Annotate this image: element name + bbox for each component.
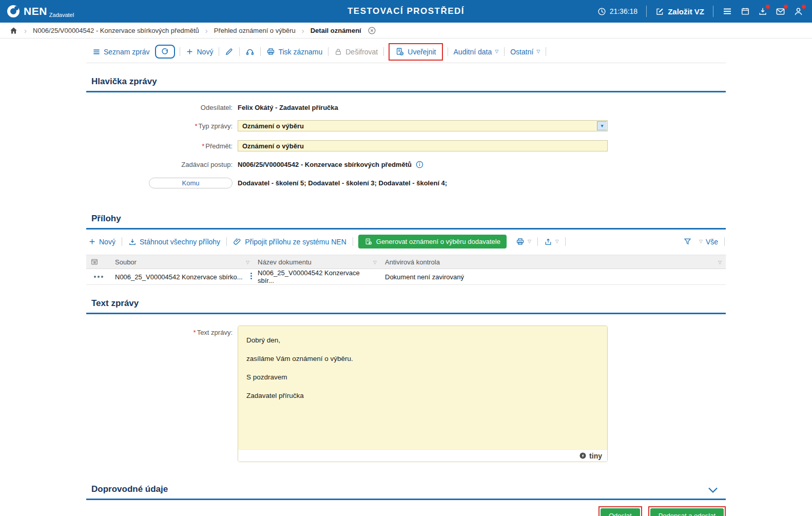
attachment-new-label: Nový <box>99 238 115 246</box>
filter-icon[interactable]: ▽ <box>718 260 722 265</box>
message-paragraph: S pozdravem <box>246 373 599 381</box>
predmet-input[interactable] <box>238 140 608 151</box>
nen-logo[interactable]: NEN Zadavatel <box>7 4 74 19</box>
divider <box>565 237 566 246</box>
section-prilohy: Přílohy <box>86 214 726 230</box>
plus-icon <box>88 238 96 245</box>
filter-button[interactable] <box>682 236 693 247</box>
breadcrumb-item-procedure[interactable]: N006/25/V00004542 - Konzervace sbírkovýc… <box>33 27 199 34</box>
calendar-button[interactable] <box>739 5 751 17</box>
typ-zpravy-select[interactable]: Oznámení o výběru ▾ <box>238 120 608 131</box>
divider <box>239 47 240 56</box>
breadcrumb-separator: › <box>205 26 208 35</box>
refresh-button[interactable] <box>155 45 175 59</box>
hamburger-icon <box>722 6 732 16</box>
odesilatel-value: Felix Okátý - Zadavatel příručka <box>238 104 608 111</box>
messages-button[interactable] <box>774 5 787 18</box>
cell-soubor: N006_25_V00004542 Konzervace sbírko... <box>111 269 254 285</box>
table-row[interactable]: N006_25_V00004542 Konzervace sbírko... N… <box>86 269 726 285</box>
breadcrumb-item-overview[interactable]: Přehled oznámení o výběru <box>214 27 296 34</box>
tinymce-brand[interactable]: tiny <box>589 452 602 460</box>
tinymce-logo-icon[interactable] <box>579 452 587 460</box>
view-all-dropdown[interactable]: ▽ Vše <box>698 237 719 247</box>
create-vz-button[interactable]: Založit VZ <box>654 6 706 17</box>
home-icon[interactable] <box>9 26 18 35</box>
filter-icon[interactable]: ▽ <box>373 260 377 265</box>
collapse-section-button[interactable] <box>705 486 721 494</box>
divider <box>122 237 122 246</box>
generate-notice-label: Generovat oznámení o výběru dodavatele <box>376 238 500 245</box>
list-icon <box>92 48 101 56</box>
row-menu-icon[interactable] <box>90 276 107 278</box>
breadcrumb-item-current: Detail oznámení <box>311 27 361 34</box>
column-header-nazev[interactable]: Název dokumentu▽ <box>254 255 381 269</box>
downloads-button[interactable] <box>757 5 769 17</box>
divider <box>713 6 713 17</box>
send-button[interactable]: Odeslat <box>601 508 640 516</box>
text-zpravy-form: *Text zprávy: Dobrý den, zasíláme Vám oz… <box>86 314 726 483</box>
current-time: 21:36:18 <box>610 7 638 15</box>
notification-badge <box>784 5 788 9</box>
message-paragraph: zasíláme Vám oznámení o výběru. <box>246 355 599 362</box>
print-dropdown[interactable]: ▽ <box>515 236 532 247</box>
komu-button[interactable]: Komu <box>149 178 233 188</box>
divider <box>383 47 384 56</box>
audit-data-label: Auditní data <box>454 48 492 56</box>
audit-data-dropdown[interactable]: Auditní data ▽ <box>453 47 500 57</box>
filter-icon[interactable]: ▽ <box>246 260 249 265</box>
clock-display: 21:36:18 <box>596 6 640 17</box>
menu-button[interactable] <box>721 5 734 18</box>
chevron-down-icon: ▽ <box>528 239 531 244</box>
message-list-button[interactable]: Seznam zpráv <box>91 47 150 57</box>
generate-notice-button[interactable]: Generovat oznámení o výběru dodavatele <box>358 235 507 249</box>
download-all-button[interactable]: Stáhnout všechny přílohy <box>127 237 221 247</box>
form-row-predmet: *Předmět: <box>86 140 726 151</box>
other-dropdown[interactable]: Ostatní ▽ <box>509 47 541 57</box>
attachment-new-button[interactable]: Nový <box>87 237 117 247</box>
create-vz-label: Založit VZ <box>668 7 704 16</box>
select-caret-icon[interactable]: ▾ <box>597 121 607 130</box>
chevron-down-icon: ▽ <box>495 49 498 54</box>
form-row-komu: Komu Dodavatel - školení 5; Dodavatel - … <box>86 178 726 188</box>
notification-badge <box>802 5 806 9</box>
divider <box>219 47 219 56</box>
export-dropdown[interactable]: ▽ <box>543 237 560 247</box>
profile-button[interactable] <box>792 5 805 18</box>
divider <box>504 47 505 56</box>
message-text-area[interactable]: Dobrý den, zasíláme Vám oznámení o výběr… <box>238 326 607 449</box>
odesilatel-label: Odesílatel: <box>86 104 238 111</box>
download-icon <box>128 238 137 246</box>
edit-button[interactable] <box>224 46 235 57</box>
attach-from-nen-button[interactable]: Připojit přílohu ze systému NEN <box>232 236 347 247</box>
breadcrumb-separator: › <box>24 26 27 35</box>
brand-name: NEN <box>24 4 47 19</box>
column-header-antivir[interactable]: Antivirová kontrola▽ <box>381 255 726 269</box>
print-record-button[interactable]: Tisk záznamu <box>265 46 323 57</box>
funnel-icon <box>683 237 692 246</box>
divider <box>448 47 448 56</box>
divider <box>353 237 353 246</box>
message-paragraph: Zadavatel příručka <box>246 392 599 399</box>
form-row-typ-zpravy: *Typ zprávy: Oznámení o výběru ▾ <box>86 120 726 131</box>
zadavaci-postup-value: N006/25/V00004542 - Konzervace sbírkovýc… <box>238 161 412 168</box>
section-text-zpravy: Text zprávy <box>86 298 726 314</box>
close-tab-icon[interactable] <box>368 26 377 35</box>
cell-menu-icon[interactable] <box>250 273 252 279</box>
form-row-text-zpravy: *Text zprávy: Dobrý den, zasíláme Vám oz… <box>86 326 726 462</box>
predmet-label: *Předmět: <box>86 142 238 150</box>
support-button[interactable] <box>244 46 256 58</box>
publish-button[interactable]: Uveřejnit <box>394 46 437 58</box>
table-settings-header[interactable] <box>86 255 111 269</box>
attachments-table: Soubor▽ Název dokumentu▽ Antivirová kont… <box>86 255 726 285</box>
required-marker: * <box>195 122 197 130</box>
text-zpravy-label: *Text zprávy: <box>86 326 238 336</box>
komu-value: Dodavatel - školení 5; Dodavatel - škole… <box>238 179 608 187</box>
info-icon[interactable] <box>415 160 424 169</box>
column-header-soubor[interactable]: Soubor▽ <box>111 255 254 269</box>
zadavaci-postup-label: Zadávací postup: <box>86 161 238 168</box>
message-list-label: Seznam zpráv <box>104 48 149 56</box>
new-button[interactable]: Nový <box>185 47 214 57</box>
section-title: Doprovodné údaje <box>91 484 168 494</box>
breadcrumb-separator: › <box>302 26 304 35</box>
sign-and-send-button[interactable]: Podepsat a odeslat <box>650 508 724 516</box>
